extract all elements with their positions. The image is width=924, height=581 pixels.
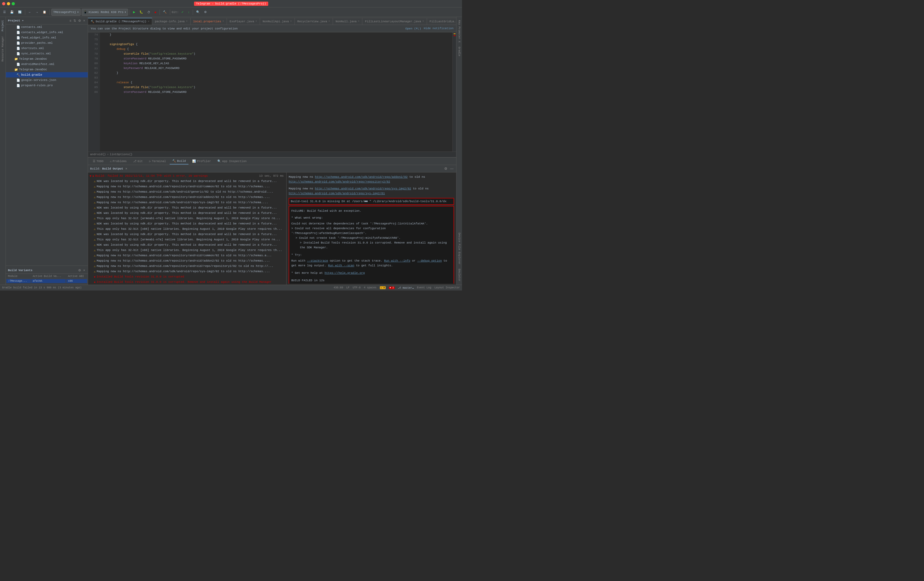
tree-item-contacts-xml[interactable]: 📄 contacts.xml [6,25,88,30]
tab-close-button[interactable]: × [328,20,330,23]
tab-nonnullapi[interactable]: NonNullApi.java × [260,18,295,25]
tab-profiler[interactable]: 📊 Profiler [190,158,214,164]
mapping-link[interactable]: http://schemas.android.com/sdk/android/r… [315,175,408,179]
build-message-mapping8[interactable]: ⚠ Mapping new ns http://schemas.android.… [88,269,286,274]
sidebar-label-project[interactable]: Project [1,18,5,33]
build-output-tab-label[interactable]: Build Output [102,167,123,170]
run-button[interactable]: ▶ [132,9,137,16]
build-right-scroll[interactable]: Mapping new ns http://schemas.android.co… [287,174,456,284]
tab-build[interactable]: 🔨 Build [170,158,188,164]
menu-button[interactable]: ☰ [2,9,7,16]
tab-exoplayer[interactable]: ExoPlayer.java × [227,18,260,25]
event-log[interactable]: Event Log [417,286,431,289]
git-push-button[interactable]: ↑ [186,9,191,16]
project-dropdown[interactable]: TMessagesProj ▾ [51,9,81,16]
stop-button[interactable]: ■ [153,9,158,16]
build-message-32bit-4[interactable]: ⚠ This app only has 32-bit [x86] native … [88,248,286,253]
breadcrumb-left[interactable]: android{} [90,153,106,156]
build-message-32bit-1[interactable]: ⚠ This app only has 32-bit [armeabi-v7a]… [88,216,286,221]
build-message-mapping2[interactable]: ⚠ Mapping new ns http://schemas.android.… [88,189,286,195]
encoding[interactable]: UTF-8 [353,286,360,289]
breadcrumb-right[interactable]: lintOptions{} [110,153,132,156]
tab-build-gradle[interactable]: 🔨 build.gradle (:TMessagesProj) × [88,18,152,25]
close-button[interactable] [2,2,5,5]
tab-local-properties[interactable]: local.properties × [191,18,227,25]
build-tab-close-button[interactable]: × [125,167,128,170]
tree-item-sync-contacts[interactable]: 📄 sync_contacts.xml [6,51,88,56]
build-message-ndk6[interactable]: ⚠ NDK was located by using ndk.dir prope… [88,242,286,248]
tab-app-inspection[interactable]: 🔍 App Inspection [215,158,249,164]
tab-close-button[interactable]: × [256,20,257,23]
gradle-sync-button[interactable]: 🔨 [162,9,168,16]
tab-git[interactable]: ⎇ Git [130,158,145,164]
scan-link[interactable]: Run with --scan [328,264,355,267]
build-message-mapping4[interactable]: ⚠ Mapping new ns http://schemas.android.… [88,200,286,205]
tab-close-button[interactable]: × [422,20,424,23]
recent-files-button[interactable]: 📋 [41,9,48,16]
sidebar-label-key-promoter[interactable]: Key Promoter X [457,18,461,45]
search-button[interactable]: 🔍 [195,9,201,16]
tab-close-button[interactable]: × [358,20,360,23]
sidebar-label-emulator[interactable]: Emulator [457,266,461,284]
tab-close-button[interactable]: × [148,20,149,23]
open-link[interactable]: Open (⌘;) [405,27,421,30]
mapping-link[interactable]: http://schemas.android.com/sdk/android/r… [289,180,390,183]
back-button[interactable]: ← [27,9,33,16]
build-message-ndk1[interactable]: ⚠ NDK was located by using ndk.dir prope… [88,179,286,184]
build-message-ndk2[interactable]: ⚠ NDK was located by using ndk.dir prope… [88,205,286,211]
tab-close-button[interactable]: × [223,20,224,23]
sync-button[interactable]: 🔄 [16,9,23,16]
tab-problems[interactable]: ⚠ Problems [107,158,129,164]
tab-todo[interactable]: ☰ TODO [90,158,106,164]
git-checkmark-button[interactable]: ✓ [180,9,185,16]
build-message-corrupted2[interactable]: ● Installed Build Tools revision 31.0.0 … [88,280,286,285]
forward-button[interactable]: → [34,9,40,16]
tab-close-button[interactable]: × [290,20,292,23]
tree-item-telegram-javadoc-1[interactable]: 📁 Telegram-JavaDoc [6,56,88,61]
sidebar-label-gradle[interactable]: Gradle [457,45,461,58]
tree-item-telegram-javadoc-2[interactable]: 📁 Telegram-JavaDoc [6,67,88,72]
git-branch[interactable]: ⎇ master☁ [398,286,414,290]
tree-item-shortcuts[interactable]: 📄 shortcuts.xml [6,46,88,51]
run-info-link[interactable]: Run with --info [384,259,410,262]
maximize-button[interactable] [12,2,15,5]
build-message-ndk3[interactable]: ⚠ NDK was located by using ndk.dir prope… [88,211,286,216]
debug-button[interactable]: 🐛 [138,9,145,16]
stacktrace-link[interactable]: --stacktrace [307,259,328,262]
debug-link[interactable]: --debug option [417,259,442,262]
tree-item-androidmanifest[interactable]: 📄 AndroidManifest.xml [6,61,88,67]
tree-item-feed-widget-info[interactable]: 📄 feed_widget_info.xml [6,35,88,40]
build-message-mapping3[interactable]: ⚠ Mapping new ns http://schemas.android.… [88,195,286,200]
build-message-corrupted1[interactable]: ● Installed Build Tools revision 31.0.0 … [88,274,286,280]
build-message-failed[interactable]: ▼ ● Build: failed At 2021/12/11, 11:54 下… [88,174,286,179]
indent-setting[interactable]: 4 spaces [364,286,376,289]
tree-item-proguard-rules[interactable]: 📄 proguard-rules.pro [6,83,88,88]
table-row[interactable]: :TMessage... afatHA x86 [7,279,87,283]
tab-filllastgrid[interactable]: FillLastGridLa... × [427,18,456,25]
tab-nonnull[interactable]: NonNull.java × [333,18,362,25]
sidebar-label-device-file-explorer[interactable]: Device File Explorer [457,230,461,266]
build-message-mapping6[interactable]: ⚠ Mapping new ns http://schemas.android.… [88,258,286,264]
build-message-32bit-2[interactable]: ⚠ This app only has 32-bit [x86] native … [88,227,286,232]
device-dropdown[interactable]: 📱 Xiaomi Redmi K30 Pro ▾ [82,9,128,16]
close-panel-button[interactable]: × [83,19,86,23]
build-message-ndk5[interactable]: ⚠ NDK was located by using ndk.dir prope… [88,232,286,237]
sidebar-label-resource-manager[interactable]: Resource Manager [1,34,5,64]
tab-close-button[interactable]: × [186,20,188,23]
tree-item-google-services[interactable]: 📄 google-services.json [6,78,88,83]
minimize-button[interactable] [7,2,10,5]
settings-button[interactable]: ⚙ [203,9,208,16]
tab-recyclerview[interactable]: RecyclerView.java × [295,18,333,25]
tree-item-provider-paths[interactable]: 📄 provider_paths.xml [6,40,88,46]
mapping-link-sysimg-old[interactable]: http://schemas.android.com/sdk/android/r… [289,192,385,195]
collapse-all-button[interactable]: ≡ [69,19,72,23]
build-message-32bit-3[interactable]: ⚠ This app only has 32-bit [armeabi-v7a]… [88,237,286,242]
build-variants-close-button[interactable]: × [83,268,86,272]
profile-button[interactable]: ⏱ [146,9,152,16]
code-content[interactable]: } signingConfigs { debug { storeFile fil… [100,32,452,151]
build-variants-settings-button[interactable]: ⚙ [78,268,82,272]
tree-item-contacts-widget-info[interactable]: 📄 contacts_widget_info.xml [6,30,88,35]
save-button[interactable]: 💾 [8,9,15,16]
build-minimize-button[interactable]: — [450,167,454,170]
build-message-ndk4[interactable]: ⚠ NDK was located by using ndk.dir prope… [88,221,286,227]
